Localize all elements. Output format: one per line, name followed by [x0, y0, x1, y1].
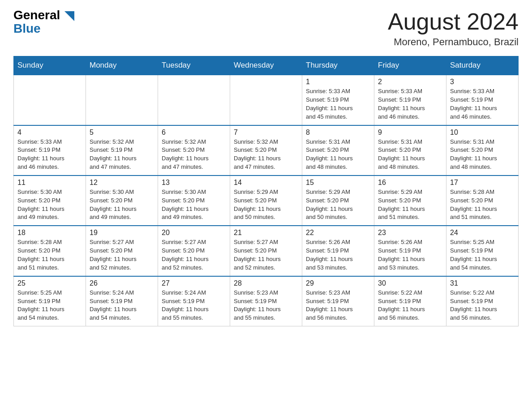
day-info: Sunrise: 5:31 AMSunset: 5:20 PMDaylight:…	[450, 138, 515, 171]
day-number: 11	[17, 179, 82, 187]
calendar-cell: 14Sunrise: 5:29 AMSunset: 5:20 PMDayligh…	[230, 176, 302, 226]
day-number: 14	[234, 179, 298, 187]
day-number: 13	[162, 179, 226, 187]
day-number: 28	[234, 279, 298, 287]
calendar-cell	[230, 75, 302, 125]
day-info: Sunrise: 5:27 AMSunset: 5:20 PMDaylight:…	[90, 238, 154, 272]
calendar-cell	[86, 75, 158, 125]
day-info: Sunrise: 5:27 AMSunset: 5:20 PMDaylight:…	[234, 238, 298, 272]
day-info: Sunrise: 5:25 AMSunset: 5:19 PMDaylight:…	[450, 238, 515, 272]
weekday-header-sunday: Sunday	[14, 56, 86, 75]
day-info: Sunrise: 5:26 AMSunset: 5:19 PMDaylight:…	[378, 238, 442, 272]
day-info: Sunrise: 5:30 AMSunset: 5:20 PMDaylight:…	[17, 188, 82, 222]
calendar-cell: 16Sunrise: 5:29 AMSunset: 5:20 PMDayligh…	[374, 176, 446, 226]
day-number: 8	[306, 128, 370, 137]
logo-triangle-icon	[64, 11, 74, 21]
weekday-header-thursday: Thursday	[302, 56, 374, 75]
page-header: General Blue August 2024 Moreno, Pernamb…	[13, 9, 519, 48]
calendar-cell: 1Sunrise: 5:33 AMSunset: 5:19 PMDaylight…	[302, 75, 374, 125]
calendar-cell: 17Sunrise: 5:28 AMSunset: 5:20 PMDayligh…	[446, 176, 519, 226]
week-row-5: 25Sunrise: 5:25 AMSunset: 5:19 PMDayligh…	[14, 276, 519, 326]
day-number: 7	[234, 128, 298, 137]
calendar-cell: 21Sunrise: 5:27 AMSunset: 5:20 PMDayligh…	[230, 226, 302, 276]
calendar-cell: 8Sunrise: 5:31 AMSunset: 5:20 PMDaylight…	[302, 125, 374, 176]
calendar-cell: 19Sunrise: 5:27 AMSunset: 5:20 PMDayligh…	[86, 226, 158, 276]
day-info: Sunrise: 5:28 AMSunset: 5:20 PMDaylight:…	[450, 188, 515, 222]
calendar-cell: 9Sunrise: 5:31 AMSunset: 5:20 PMDaylight…	[374, 125, 446, 176]
weekday-header-friday: Friday	[374, 56, 446, 75]
day-number: 4	[17, 128, 82, 137]
week-row-1: 1Sunrise: 5:33 AMSunset: 5:19 PMDaylight…	[14, 75, 519, 125]
calendar-cell: 26Sunrise: 5:24 AMSunset: 5:19 PMDayligh…	[86, 276, 158, 326]
calendar-table: SundayMondayTuesdayWednesdayThursdayFrid…	[13, 56, 519, 326]
calendar-cell: 7Sunrise: 5:32 AMSunset: 5:20 PMDaylight…	[230, 125, 302, 176]
week-row-3: 11Sunrise: 5:30 AMSunset: 5:20 PMDayligh…	[14, 176, 519, 226]
day-info: Sunrise: 5:22 AMSunset: 5:19 PMDaylight:…	[450, 289, 515, 322]
calendar-cell: 31Sunrise: 5:22 AMSunset: 5:19 PMDayligh…	[446, 276, 519, 326]
calendar-cell: 18Sunrise: 5:28 AMSunset: 5:20 PMDayligh…	[14, 226, 86, 276]
logo-blue-text: Blue	[13, 21, 41, 36]
calendar-cell: 22Sunrise: 5:26 AMSunset: 5:19 PMDayligh…	[302, 226, 374, 276]
day-number: 9	[378, 128, 442, 137]
day-number: 17	[450, 179, 515, 187]
weekday-header-saturday: Saturday	[446, 56, 519, 75]
day-number: 3	[450, 78, 515, 86]
day-number: 26	[90, 279, 154, 287]
day-number: 27	[162, 279, 226, 287]
calendar-cell: 5Sunrise: 5:32 AMSunset: 5:19 PMDaylight…	[86, 125, 158, 176]
calendar-cell: 6Sunrise: 5:32 AMSunset: 5:20 PMDaylight…	[158, 125, 230, 176]
weekday-header-tuesday: Tuesday	[158, 56, 230, 75]
title-block: August 2024 Moreno, Pernambuco, Brazil	[388, 9, 519, 48]
day-number: 24	[450, 229, 515, 237]
calendar-cell: 13Sunrise: 5:30 AMSunset: 5:20 PMDayligh…	[158, 176, 230, 226]
day-info: Sunrise: 5:23 AMSunset: 5:19 PMDaylight:…	[234, 289, 298, 322]
day-number: 12	[90, 179, 154, 187]
calendar-cell	[14, 75, 86, 125]
calendar-cell: 28Sunrise: 5:23 AMSunset: 5:19 PMDayligh…	[230, 276, 302, 326]
calendar-cell: 30Sunrise: 5:22 AMSunset: 5:19 PMDayligh…	[374, 276, 446, 326]
logo-general-text: General	[13, 8, 60, 22]
calendar-header-row: SundayMondayTuesdayWednesdayThursdayFrid…	[14, 56, 519, 75]
logo: General Blue	[13, 9, 74, 36]
calendar-cell: 25Sunrise: 5:25 AMSunset: 5:19 PMDayligh…	[14, 276, 86, 326]
day-number: 21	[234, 229, 298, 237]
day-info: Sunrise: 5:32 AMSunset: 5:20 PMDaylight:…	[162, 138, 226, 171]
svg-marker-0	[64, 11, 74, 21]
calendar-cell: 24Sunrise: 5:25 AMSunset: 5:19 PMDayligh…	[446, 226, 519, 276]
day-info: Sunrise: 5:31 AMSunset: 5:20 PMDaylight:…	[306, 138, 370, 171]
day-info: Sunrise: 5:27 AMSunset: 5:20 PMDaylight:…	[162, 238, 226, 272]
day-info: Sunrise: 5:33 AMSunset: 5:19 PMDaylight:…	[378, 87, 442, 121]
day-number: 10	[450, 128, 515, 137]
weekday-header-monday: Monday	[86, 56, 158, 75]
day-number: 1	[306, 78, 370, 86]
day-info: Sunrise: 5:33 AMSunset: 5:19 PMDaylight:…	[306, 87, 370, 121]
day-number: 16	[378, 179, 442, 187]
day-number: 25	[17, 279, 82, 287]
calendar-cell: 15Sunrise: 5:29 AMSunset: 5:20 PMDayligh…	[302, 176, 374, 226]
calendar-cell: 20Sunrise: 5:27 AMSunset: 5:20 PMDayligh…	[158, 226, 230, 276]
calendar-cell: 4Sunrise: 5:33 AMSunset: 5:19 PMDaylight…	[14, 125, 86, 176]
weekday-header-wednesday: Wednesday	[230, 56, 302, 75]
calendar-cell: 3Sunrise: 5:33 AMSunset: 5:19 PMDaylight…	[446, 75, 519, 125]
calendar-cell	[158, 75, 230, 125]
day-number: 23	[378, 229, 442, 237]
calendar-cell: 23Sunrise: 5:26 AMSunset: 5:19 PMDayligh…	[374, 226, 446, 276]
day-info: Sunrise: 5:24 AMSunset: 5:19 PMDaylight:…	[162, 289, 226, 322]
day-number: 31	[450, 279, 515, 287]
day-info: Sunrise: 5:29 AMSunset: 5:20 PMDaylight:…	[234, 188, 298, 222]
calendar-cell: 11Sunrise: 5:30 AMSunset: 5:20 PMDayligh…	[14, 176, 86, 226]
calendar-cell: 12Sunrise: 5:30 AMSunset: 5:20 PMDayligh…	[86, 176, 158, 226]
day-info: Sunrise: 5:32 AMSunset: 5:19 PMDaylight:…	[90, 138, 154, 171]
day-info: Sunrise: 5:30 AMSunset: 5:20 PMDaylight:…	[162, 188, 226, 222]
day-number: 5	[90, 128, 154, 137]
day-info: Sunrise: 5:32 AMSunset: 5:20 PMDaylight:…	[234, 138, 298, 171]
day-number: 6	[162, 128, 226, 137]
day-info: Sunrise: 5:30 AMSunset: 5:20 PMDaylight:…	[90, 188, 154, 222]
day-info: Sunrise: 5:24 AMSunset: 5:19 PMDaylight:…	[90, 289, 154, 322]
month-title: August 2024	[388, 9, 519, 34]
day-info: Sunrise: 5:33 AMSunset: 5:19 PMDaylight:…	[17, 138, 82, 171]
day-info: Sunrise: 5:29 AMSunset: 5:20 PMDaylight:…	[378, 188, 442, 222]
calendar-cell: 27Sunrise: 5:24 AMSunset: 5:19 PMDayligh…	[158, 276, 230, 326]
day-number: 20	[162, 229, 226, 237]
day-info: Sunrise: 5:28 AMSunset: 5:20 PMDaylight:…	[17, 238, 82, 272]
